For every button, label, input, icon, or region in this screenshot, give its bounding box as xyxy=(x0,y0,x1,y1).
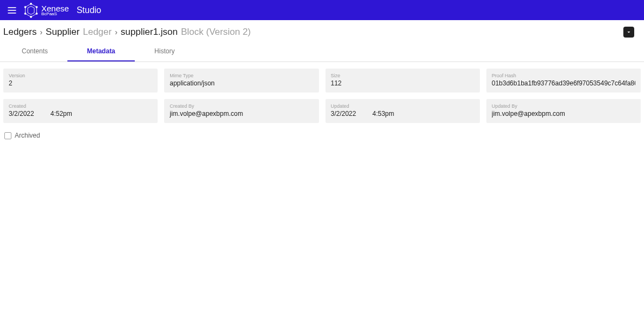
chevron-right-icon: › xyxy=(115,28,117,36)
meta-created: Created 3/2/20224:52pm xyxy=(3,99,158,123)
archived-checkbox[interactable] xyxy=(4,132,11,139)
created-date: 3/2/2022 xyxy=(9,110,34,118)
meta-label: Created By xyxy=(170,103,313,109)
chevron-right-icon: › xyxy=(40,28,42,36)
meta-mime: Mime Type application/json xyxy=(164,69,318,92)
brand-sub: BcPaaS xyxy=(41,12,69,16)
svg-point-5 xyxy=(30,3,32,4)
tab-history[interactable]: History xyxy=(135,42,194,61)
metadata-grid: Version 2 Mime Type application/json Siz… xyxy=(0,62,644,129)
brand-logo[interactable]: Xenese BcPaaS xyxy=(23,2,69,18)
breadcrumb-supplier[interactable]: Supplier xyxy=(46,27,79,38)
created-time: 4:52pm xyxy=(51,110,72,118)
breadcrumb-file[interactable]: supplier1.json xyxy=(121,27,178,38)
meta-value: jim.volpe@apexbpm.com xyxy=(492,110,635,118)
breadcrumb-row: Ledgers › Supplier Ledger › supplier1.js… xyxy=(0,20,644,42)
svg-marker-4 xyxy=(28,6,34,14)
svg-point-10 xyxy=(24,6,26,8)
app-title: Studio xyxy=(77,5,101,15)
meta-value: jim.volpe@apexbpm.com xyxy=(170,110,313,118)
brand-text: Xenese BcPaaS xyxy=(41,4,69,16)
breadcrumb-ledgers[interactable]: Ledgers xyxy=(3,27,36,38)
breadcrumb-ledger-label: Ledger xyxy=(83,27,111,38)
svg-point-7 xyxy=(36,13,37,14)
updated-date: 3/2/2022 xyxy=(331,110,357,118)
tabs: Contents Metadata History xyxy=(0,42,644,62)
svg-point-6 xyxy=(36,6,37,8)
meta-label: Proof Hash xyxy=(492,73,635,78)
meta-label: Updated By xyxy=(492,103,635,109)
tab-contents[interactable]: Contents xyxy=(2,42,67,61)
meta-value: 01b3d6b1ba1fb93776ad39e6f97053549c7c64fa… xyxy=(492,79,635,87)
meta-updated: Updated 3/2/20224:53pm xyxy=(326,99,480,123)
meta-value: 3/2/20224:53pm xyxy=(331,110,474,118)
breadcrumb-block-label: Block (Version 2) xyxy=(181,27,251,38)
archived-label: Archived xyxy=(15,132,40,139)
meta-updatedby: Updated By jim.volpe@apexbpm.com xyxy=(486,99,641,123)
meta-value: 3/2/20224:52pm xyxy=(9,110,152,118)
updated-time: 4:53pm xyxy=(372,110,394,118)
caret-down-icon xyxy=(626,29,632,35)
context-menu-button[interactable] xyxy=(623,27,634,38)
meta-version: Version 2 xyxy=(3,69,158,92)
meta-createdby: Created By jim.volpe@apexbpm.com xyxy=(164,99,318,123)
app-bar: Xenese BcPaaS Studio xyxy=(0,0,644,20)
meta-value: application/json xyxy=(170,79,313,87)
meta-label: Mime Type xyxy=(170,73,313,78)
meta-size: Size 112 xyxy=(326,69,480,92)
meta-label: Version xyxy=(9,73,152,78)
meta-value: 112 xyxy=(331,79,474,87)
meta-proofhash: Proof Hash 01b3d6b1ba1fb93776ad39e6f9705… xyxy=(486,69,641,92)
meta-label: Size xyxy=(331,73,474,78)
svg-point-9 xyxy=(24,13,26,14)
tab-metadata[interactable]: Metadata xyxy=(67,42,135,61)
svg-marker-3 xyxy=(26,4,37,17)
meta-label: Created xyxy=(9,103,152,109)
hamburger-menu-icon[interactable] xyxy=(5,4,18,17)
meta-value: 2 xyxy=(9,79,152,87)
svg-point-8 xyxy=(30,16,32,17)
breadcrumb: Ledgers › Supplier Ledger › supplier1.js… xyxy=(3,27,251,38)
logo-mark-icon xyxy=(23,2,39,18)
archived-row: Archived xyxy=(0,129,644,141)
meta-label: Updated xyxy=(331,103,474,109)
